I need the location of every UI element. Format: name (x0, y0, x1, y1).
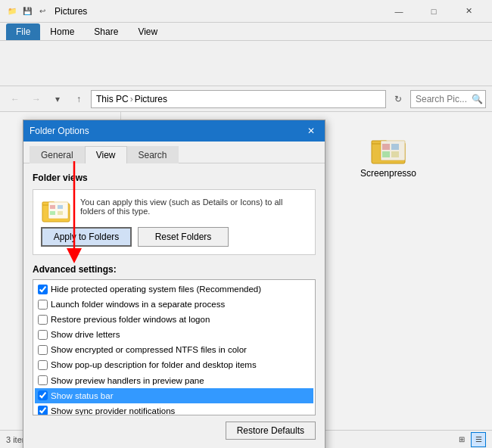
ribbon-tab-share[interactable]: Share (84, 23, 128, 40)
restore-defaults-row: Restore Defaults (33, 422, 316, 440)
forward-button[interactable]: → (27, 90, 45, 108)
setting-show-sync: Show sync provider notifications (35, 403, 313, 415)
view-mode-list[interactable]: ☰ (471, 432, 486, 447)
setting-show-popup: Show pop-up description for folder and d… (35, 357, 313, 372)
checkbox-restore-folder[interactable] (38, 315, 48, 325)
setting-launch-folder: Launch folder windows in a separate proc… (35, 297, 313, 312)
ribbon-tab-view[interactable]: View (128, 23, 167, 40)
checkbox-show-preview[interactable] (38, 375, 48, 385)
address-path[interactable]: This PC › Pictures (91, 90, 386, 108)
title-bar: 📁 💾 ↩ Pictures — □ ✕ (0, 0, 492, 23)
window-controls: — □ ✕ (381, 0, 486, 23)
maximize-button[interactable]: □ (416, 0, 451, 23)
checkbox-show-encrypted[interactable] (38, 345, 48, 355)
settings-list: Hide protected operating system files (R… (33, 280, 315, 415)
checkbox-show-status[interactable] (38, 390, 48, 400)
folder-view-icon (41, 198, 71, 227)
title-bar-icons: 📁 💾 ↩ (6, 5, 48, 17)
svg-rect-11 (58, 205, 63, 209)
checkbox-launch-folder[interactable] (38, 300, 48, 310)
svg-rect-13 (58, 211, 63, 215)
ribbon-tab-home[interactable]: Home (40, 23, 84, 40)
refresh-button[interactable]: ↻ (389, 90, 407, 108)
search-icon: 🔍 (472, 94, 483, 104)
folder-views-section: You can apply this view (such as Details… (33, 189, 316, 255)
window-title: Pictures (54, 6, 381, 17)
setting-label: Hide protected operating system files (R… (51, 283, 261, 295)
checkbox-hide-protected[interactable] (38, 285, 48, 294)
svg-rect-10 (50, 205, 55, 209)
dialog-title: Folder Options (30, 126, 304, 136)
settings-list-container[interactable]: Hide protected operating system files (R… (33, 279, 316, 415)
setting-label: Launch folder windows in a separate proc… (51, 298, 225, 310)
reset-folders-button[interactable]: Reset Folders (138, 227, 229, 247)
recent-locations-button[interactable]: ▾ (48, 90, 67, 108)
folder-options-dialog: Folder Options ✕ General View Search Fol… (23, 120, 325, 448)
setting-label: Restore previous folder windows at logon (51, 313, 210, 325)
dialog-titlebar: Folder Options ✕ (23, 120, 325, 142)
checkbox-show-drive[interactable] (38, 330, 48, 340)
folder-views-desc: You can apply this view (such as Details… (80, 198, 307, 216)
folder-views-title: Folder views (33, 173, 316, 183)
undo-icon[interactable]: ↩ (36, 5, 48, 17)
setting-hide-protected: Hide protected operating system files (R… (35, 282, 313, 297)
setting-label: Show drive letters (51, 328, 120, 341)
main-area: Screenpresso Folder Options ✕ General Vi… (0, 112, 492, 430)
setting-label: Show pop-up description for folder and d… (51, 359, 257, 371)
app-icon: 📁 (6, 5, 18, 17)
setting-show-drive: Show drive letters (35, 327, 313, 342)
tab-general[interactable]: General (30, 146, 85, 163)
ribbon-tab-file[interactable]: File (6, 23, 40, 40)
restore-defaults-button[interactable]: Restore Defaults (226, 422, 316, 440)
svg-rect-12 (50, 211, 55, 215)
setting-label: Show encrypted or compressed NTFS files … (51, 344, 247, 356)
dialog-content: Folder views (23, 163, 325, 448)
back-button[interactable]: ← (6, 90, 24, 108)
setting-restore-folder: Restore previous folder windows at logon (35, 312, 313, 327)
minimize-button[interactable]: — (381, 0, 416, 23)
setting-show-status: Show status bar (35, 388, 313, 403)
close-button[interactable]: ✕ (451, 0, 486, 23)
up-button[interactable]: ↑ (70, 90, 88, 108)
svg-rect-9 (48, 202, 68, 219)
tab-view[interactable]: View (85, 146, 127, 163)
checkbox-show-popup[interactable] (38, 360, 48, 370)
address-bar: ← → ▾ ↑ This PC › Pictures ↻ 🔍 (0, 86, 492, 112)
setting-show-preview: Show preview handlers in preview pane (35, 373, 313, 388)
breadcrumb-sep1: › (130, 94, 133, 104)
view-mode-grid[interactable]: ⊞ (454, 432, 469, 447)
setting-label: Show sync provider notifications (51, 405, 175, 415)
folder-views-buttons: Apply to Folders Reset Folders (41, 227, 307, 247)
save-icon[interactable]: 💾 (21, 5, 33, 17)
breadcrumb-thispc[interactable]: This PC (96, 94, 129, 104)
setting-label: Show preview handlers in preview pane (51, 375, 204, 387)
setting-show-encrypted: Show encrypted or compressed NTFS files … (35, 342, 313, 357)
setting-label: Show status bar (51, 390, 113, 402)
breadcrumb-pictures[interactable]: Pictures (135, 94, 167, 104)
ribbon-content (0, 41, 492, 86)
advanced-settings-title: Advanced settings: (33, 264, 316, 275)
dialog-close-button[interactable]: ✕ (304, 123, 319, 138)
apply-to-folders-button[interactable]: Apply to Folders (41, 227, 132, 247)
tab-search[interactable]: Search (127, 146, 179, 163)
checkbox-show-sync[interactable] (38, 406, 48, 415)
view-mode-buttons: ⊞ ☰ (454, 432, 486, 447)
search-box[interactable]: 🔍 (410, 90, 486, 108)
search-input[interactable] (416, 94, 469, 104)
ribbon-tabs: File Home Share View (0, 23, 492, 41)
dialog-tabs: General View Search (23, 142, 325, 163)
